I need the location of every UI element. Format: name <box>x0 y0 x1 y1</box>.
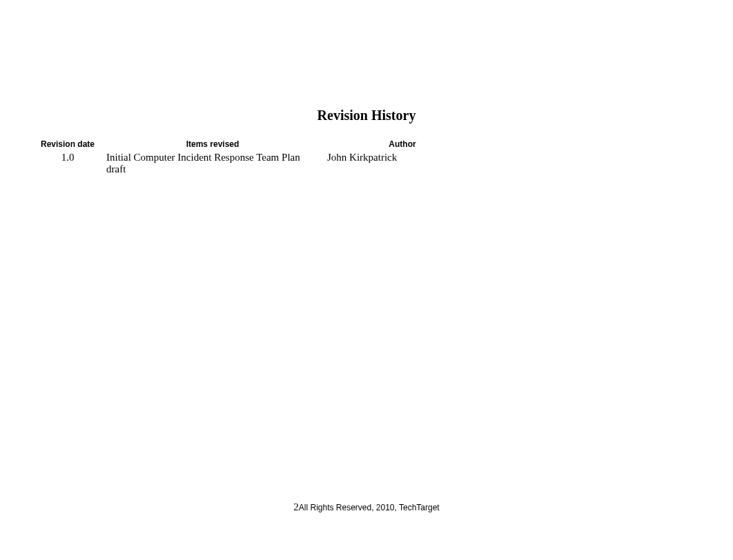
cell-author: John Kirkpatrick <box>323 150 482 177</box>
header-items-revised: Items revised <box>102 138 323 150</box>
cell-items-revised: Initial Computer Incident Response Team … <box>102 150 323 177</box>
page-footer: 2All Rights Reserved, 2010, TechTarget <box>0 501 733 513</box>
table-row: 1.0 Initial Computer Incident Response T… <box>33 150 482 177</box>
cell-revision-date: 1.0 <box>33 150 102 177</box>
header-author: Author <box>323 138 482 150</box>
page-number: 2 <box>293 501 299 512</box>
revision-history-table: Revision date Items revised Author 1.0 I… <box>33 138 482 177</box>
copyright-text: All Rights Reserved, 2010, TechTarget <box>299 503 440 512</box>
header-revision-date: Revision date <box>33 138 102 150</box>
page-title: Revision History <box>0 108 733 123</box>
table-header-row: Revision date Items revised Author <box>33 138 482 150</box>
